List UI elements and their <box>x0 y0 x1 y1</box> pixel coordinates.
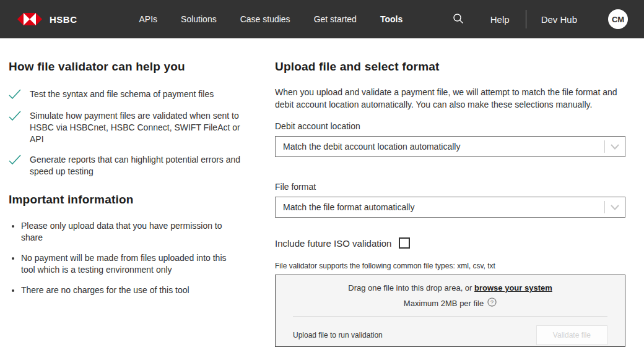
primary-nav: APIs Solutions Case studies Get started … <box>139 14 403 24</box>
top-nav-bar: HSBC APIs Solutions Case studies Get sta… <box>0 0 644 38</box>
help-icon[interactable]: ? <box>487 297 497 309</box>
brand-wordmark: HSBC <box>50 14 77 25</box>
user-avatar[interactable]: CM <box>608 9 628 29</box>
brand[interactable]: HSBC <box>17 13 77 25</box>
dropzone-instruction-text: Drag one file into this drop area, or <box>348 283 474 292</box>
nav-item-get-started[interactable]: Get started <box>314 14 357 24</box>
upload-heading: Upload file and select format <box>275 60 625 74</box>
upload-panel: Upload file and select format When you u… <box>275 60 625 347</box>
benefits-heading: How file validator can help you <box>9 60 275 74</box>
dev-hub-link[interactable]: Dev Hub <box>541 14 577 25</box>
max-size-text: Maximum 2MB per file <box>404 299 484 308</box>
browse-system-link[interactable]: browse your system <box>474 283 552 292</box>
dropzone-instruction: Drag one file into this drop area, or br… <box>293 283 607 292</box>
file-format-label: File format <box>275 182 625 192</box>
nav-item-case-studies[interactable]: Case studies <box>240 14 290 24</box>
header-right: Help Dev Hub CM <box>450 9 628 29</box>
iso-validation-label: Include future ISO validation <box>275 238 391 249</box>
hsbc-logo-icon <box>17 13 42 25</box>
nav-item-solutions[interactable]: Solutions <box>181 14 217 24</box>
chevron-down-icon <box>605 205 625 210</box>
iso-validation-row: Include future ISO validation <box>275 237 625 249</box>
important-info-list: Please only upload data that you have pe… <box>9 220 239 296</box>
iso-validation-checkbox[interactable] <box>399 237 410 249</box>
file-dropzone[interactable]: Drag one file into this drop area, or br… <box>275 275 625 347</box>
debit-account-select[interactable]: Match the debit account location automat… <box>275 136 625 157</box>
important-info-heading: Important information <box>9 193 275 207</box>
file-types-note: File validator supports the following co… <box>275 262 625 270</box>
benefits-list: Test the syntax and file schema of payme… <box>9 88 275 177</box>
upload-description: When you upload and validate a payment f… <box>275 86 625 111</box>
list-item: Test the syntax and file schema of payme… <box>9 88 245 101</box>
list-item: Generate reports that can highlight pote… <box>9 154 245 177</box>
check-icon <box>9 111 21 145</box>
benefit-text: Simulate how payment files are validated… <box>30 110 245 145</box>
benefit-text: Test the syntax and file schema of payme… <box>30 88 214 101</box>
search-button[interactable] <box>450 10 467 29</box>
list-item: There are no charges for the use of this… <box>21 284 239 296</box>
file-format-value: Match the file format automatically <box>276 202 604 212</box>
main-content: How file validator can help you Test the… <box>0 38 644 347</box>
max-size-row: Maximum 2MB per file ? <box>293 297 607 309</box>
list-item: Please only upload data that you have pe… <box>21 220 239 244</box>
chevron-down-icon <box>605 144 625 150</box>
upload-hint-text: Upload file to run validation <box>293 331 383 339</box>
search-icon <box>452 12 464 27</box>
check-icon <box>9 89 21 101</box>
file-format-select[interactable]: Match the file format automatically <box>275 197 625 218</box>
check-icon <box>9 155 21 177</box>
dropzone-footer: Upload file to run validation Validate f… <box>293 325 607 345</box>
list-item: No payment will be made from files uploa… <box>21 252 239 276</box>
debit-account-value: Match the debit account location automat… <box>276 142 604 152</box>
nav-item-apis[interactable]: APIs <box>139 14 158 24</box>
help-link[interactable]: Help <box>490 14 510 25</box>
nav-item-tools[interactable]: Tools <box>380 14 402 24</box>
debit-account-label: Debit account location <box>275 121 625 131</box>
benefit-text: Generate reports that can highlight pote… <box>30 154 245 177</box>
svg-text:?: ? <box>490 299 494 305</box>
validate-file-button[interactable]: Validate file <box>536 325 607 345</box>
info-panel: How file validator can help you Test the… <box>9 60 275 347</box>
nav-divider <box>526 10 526 28</box>
list-item: Simulate how payment files are validated… <box>9 110 245 145</box>
dropzone-divider <box>293 316 607 317</box>
